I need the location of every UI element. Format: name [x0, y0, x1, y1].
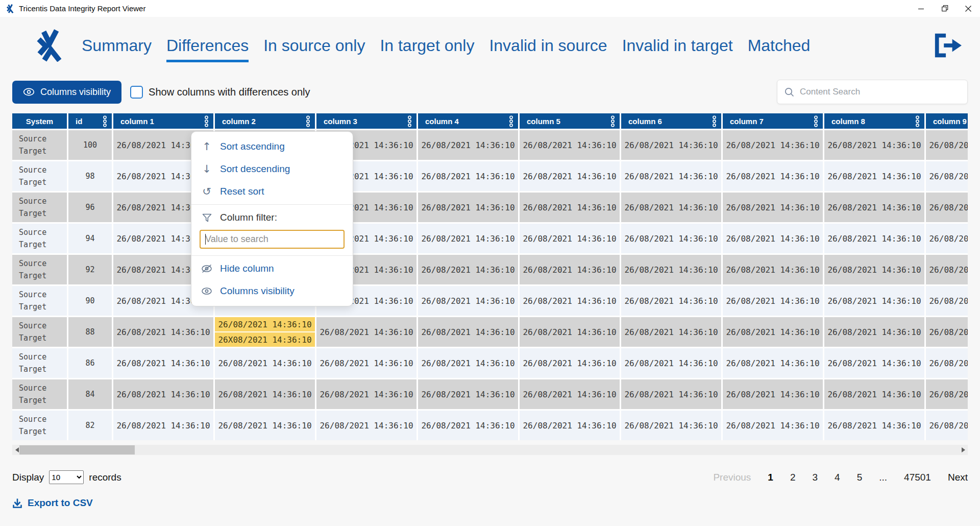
value-cell-column-7: 26/08/2021 14:36:10	[723, 224, 823, 253]
value-cell-column-6: 26/08/2021 14:36:10	[621, 348, 721, 378]
table-row-id-90: SourceTarget9026/08/2021 14:36:1026/08/2…	[12, 286, 968, 316]
page-button-2[interactable]: 2	[790, 472, 796, 483]
page-button-4[interactable]: 4	[835, 472, 840, 483]
value-cell-column-4: 26/08/2021 14:36:10	[418, 224, 518, 253]
system-cell: SourceTarget	[12, 224, 67, 253]
value-cell-column-9: 26/08/2021 14:36:10	[926, 379, 968, 409]
value-cell-column-8: 26/08/2021 14:36:10	[824, 255, 924, 284]
column-menu-icon[interactable]	[814, 115, 818, 127]
column-context-menu: ↑ Sort ascending ↓ Sort descending ↺ Res…	[191, 131, 353, 306]
value-cell-column-8: 26/08/2021 14:36:10	[824, 224, 924, 253]
tab-invalid-in-source[interactable]: Invalid in source	[489, 29, 607, 62]
column-header-column-7[interactable]: column 7	[723, 113, 823, 129]
exit-report-icon[interactable]	[931, 32, 963, 59]
column-menu-icon[interactable]	[712, 115, 717, 127]
column-header-column-5[interactable]: column 5	[520, 113, 620, 129]
value-cell-column-9: 26/08/2021 14:36:10	[926, 317, 968, 347]
content-search-box	[777, 80, 968, 104]
sort-ascending-item[interactable]: ↑ Sort ascending	[191, 135, 353, 158]
differences-table: Systemidcolumn 1column 2column 3column 4…	[12, 113, 968, 440]
system-label-target: Target	[19, 396, 46, 405]
value-cell-column-3: 26/08/2021 14:36:10	[316, 411, 416, 440]
filter-funnel-icon	[201, 213, 213, 223]
column-menu-icon[interactable]	[204, 115, 209, 127]
value-cell-column-3: 26/08/2021 14:36:10	[316, 379, 416, 409]
column-menu-icon[interactable]	[610, 115, 615, 127]
value-cell-column-6: 26/08/2021 14:36:10	[621, 255, 721, 284]
column-header-column-4[interactable]: column 4	[418, 113, 518, 129]
value-cell-column-5: 26/08/2021 14:36:10	[520, 317, 620, 347]
diff-target-value: 26X08/2021 14:36:10	[215, 332, 315, 347]
tab-matched[interactable]: Matched	[748, 29, 811, 62]
show-differences-label: Show columns with differences only	[149, 86, 310, 98]
columns-visibility-item[interactable]: Columns visibility	[191, 280, 353, 302]
value-cell-column-2: 26/08/2021 14:36:10	[215, 411, 315, 440]
column-menu-icon[interactable]	[915, 115, 920, 127]
sort-descending-item[interactable]: ↓ Sort descending	[191, 158, 353, 180]
scroll-right-arrow[interactable]	[960, 445, 967, 455]
system-label-target: Target	[19, 302, 46, 312]
page-size-select[interactable]: 10	[49, 470, 84, 484]
column-menu-icon[interactable]	[407, 115, 412, 127]
system-cell: SourceTarget	[12, 193, 67, 222]
column-filter-input[interactable]	[200, 230, 345, 249]
page-button-47501[interactable]: 47501	[904, 472, 931, 483]
column-header-column-6[interactable]: column 6	[621, 113, 721, 129]
column-header-column-2[interactable]: column 2	[215, 113, 315, 129]
tab-in-source-only[interactable]: In source only	[263, 29, 365, 62]
table-row-id-96: SourceTarget9626/08/2021 14:36:1026/08/2…	[12, 193, 968, 222]
column-header-column-8[interactable]: column 8	[824, 113, 924, 129]
column-menu-icon[interactable]	[103, 115, 107, 127]
scrollbar-thumb[interactable]	[19, 445, 135, 455]
id-cell: 92	[68, 255, 112, 284]
horizontal-scrollbar[interactable]	[12, 445, 968, 455]
system-cell: SourceTarget	[12, 255, 67, 284]
columns-visibility-button[interactable]: Columns visibility	[12, 81, 121, 104]
system-label-source: Source	[19, 415, 46, 424]
hide-column-item[interactable]: Hide column	[191, 257, 353, 280]
value-cell-column-9: 26/08/2021 14:36:10	[926, 193, 968, 222]
next-page-button[interactable]: Next	[948, 472, 968, 483]
column-header-column-9[interactable]: column 9	[926, 113, 968, 129]
content-search-input[interactable]	[800, 87, 960, 97]
menu-separator	[191, 255, 353, 256]
system-label-source: Source	[19, 384, 46, 393]
value-cell-column-6: 26/08/2021 14:36:10	[621, 130, 721, 160]
system-label-source: Source	[19, 352, 46, 362]
menu-separator	[191, 204, 353, 205]
system-cell: SourceTarget	[12, 286, 67, 316]
value-cell-column-9: 26/08/2021 14:36:10	[926, 286, 968, 316]
system-label-target: Target	[19, 365, 46, 374]
page-button-5[interactable]: 5	[857, 472, 863, 483]
close-button[interactable]	[957, 0, 980, 17]
export-to-csv-link[interactable]: Export to CSV	[12, 497, 93, 509]
id-cell: 100	[68, 130, 112, 160]
page-button-1[interactable]: 1	[768, 472, 773, 483]
page-button-3[interactable]: 3	[813, 472, 818, 483]
column-header-id[interactable]: id	[68, 113, 112, 129]
reset-sort-item[interactable]: ↺ Reset sort	[191, 180, 353, 203]
maximize-restore-button[interactable]	[933, 0, 957, 17]
previous-page-button[interactable]: Previous	[713, 472, 751, 483]
main-navigation: SummaryDifferencesIn source onlyIn targe…	[0, 17, 980, 74]
table-footer: Display 10 records Previous12345...47501…	[12, 470, 968, 484]
tab-in-target-only[interactable]: In target only	[380, 29, 474, 62]
value-cell-column-4: 26/08/2021 14:36:10	[418, 255, 518, 284]
tricentis-logo-large-icon	[32, 29, 64, 62]
minimize-button[interactable]	[910, 0, 933, 17]
tab-differences[interactable]: Differences	[166, 29, 249, 62]
column-header-column-3[interactable]: column 3	[316, 113, 416, 129]
column-menu-icon[interactable]	[509, 115, 513, 127]
value-cell-column-6: 26/08/2021 14:36:10	[621, 286, 721, 316]
show-differences-checkbox[interactable]	[130, 86, 143, 99]
tab-invalid-in-target[interactable]: Invalid in target	[622, 29, 733, 62]
column-menu-icon[interactable]	[306, 115, 310, 127]
tab-summary[interactable]: Summary	[82, 29, 152, 62]
diff-source-value: 26/08/2021 14:36:10	[215, 317, 315, 332]
system-label-target: Target	[19, 271, 46, 280]
display-label: Display	[12, 472, 44, 483]
system-cell: SourceTarget	[12, 317, 67, 347]
column-header-system[interactable]: System	[12, 113, 67, 129]
export-to-csv-label: Export to CSV	[28, 497, 93, 509]
column-header-column-1[interactable]: column 1	[113, 113, 213, 129]
